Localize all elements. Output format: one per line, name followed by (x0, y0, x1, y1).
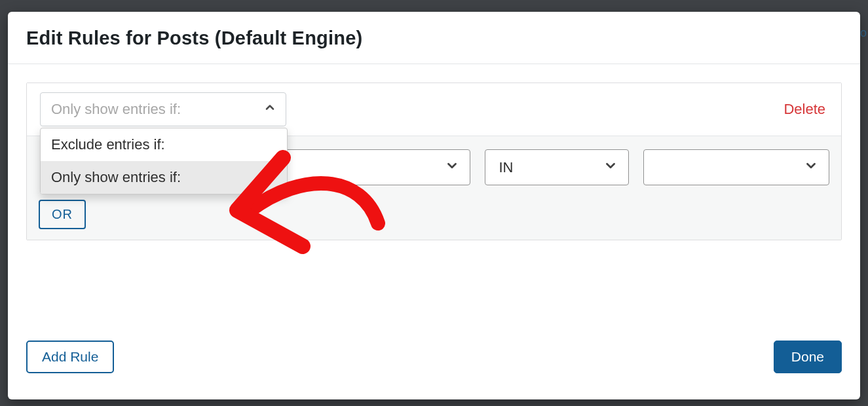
delete-rule-button[interactable]: Delete (781, 101, 828, 118)
rule-type-placeholder: Only show entries if: (51, 101, 181, 118)
rule-type-dropdown: Exclude entries if: Only show entries if… (40, 128, 288, 194)
chevron-down-icon (445, 158, 459, 177)
chevron-down-icon (603, 158, 618, 177)
condition-operator-select[interactable]: IN (485, 149, 628, 185)
add-rule-button[interactable]: Add Rule (26, 341, 114, 373)
background-text: o (860, 26, 867, 40)
modal-title: Edit Rules for Posts (Default Engine) (26, 28, 842, 49)
condition-field-select[interactable]: Categories (category) (284, 149, 470, 185)
rule-type-option-exclude[interactable]: Exclude entries if: (41, 128, 287, 161)
or-button[interactable]: OR (39, 200, 86, 229)
modal-header: Edit Rules for Posts (Default Engine) (8, 12, 860, 64)
modal-footer: Add Rule Done (8, 334, 860, 399)
condition-operator-label: IN (499, 159, 513, 176)
rule-type-select[interactable]: Only show entries if: (40, 92, 286, 126)
chevron-down-icon (804, 158, 818, 177)
rule-card: Only show entries if: Exclude entries if… (26, 83, 842, 240)
done-button[interactable]: Done (774, 341, 842, 373)
edit-rules-modal: Edit Rules for Posts (Default Engine) On… (8, 12, 860, 399)
chevron-up-icon (263, 101, 276, 118)
rule-card-header: Only show entries if: Exclude entries if… (27, 83, 841, 136)
rule-type-option-only-show[interactable]: Only show entries if: (41, 161, 287, 194)
modal-body: Only show entries if: Exclude entries if… (8, 64, 860, 334)
condition-value-select[interactable] (643, 149, 829, 185)
